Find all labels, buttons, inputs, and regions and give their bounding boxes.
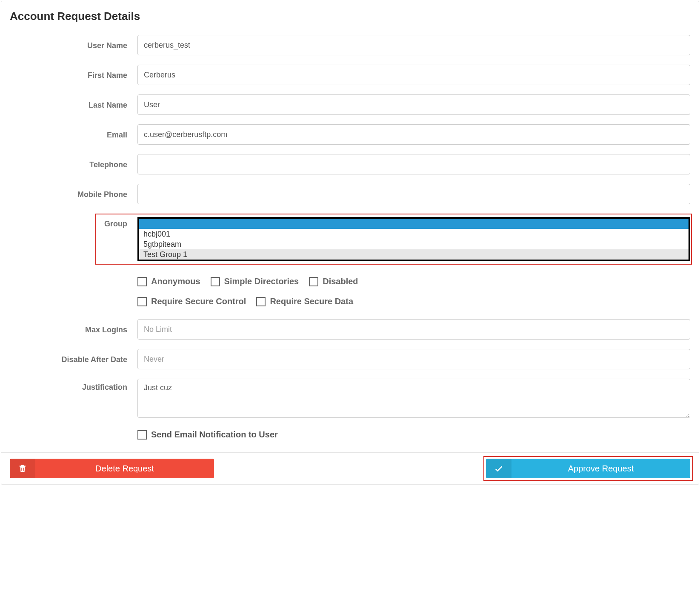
row-disable-after-date: Disable After Date <box>10 349 690 369</box>
delete-button-label: Delete Request <box>35 464 214 474</box>
account-request-panel: Account Request Details User Name First … <box>1 1 699 485</box>
notify-label: Send Email Notification to User <box>151 430 278 440</box>
user-name-input[interactable] <box>137 35 690 55</box>
label-disable-after-date: Disable After Date <box>10 354 137 364</box>
checkbox-input[interactable] <box>309 277 318 286</box>
panel-body: Account Request Details User Name First … <box>1 1 699 452</box>
row-max-logins: Max Logins <box>10 319 690 340</box>
approve-wrap: Approve Request <box>486 459 690 478</box>
checkbox-row-1: AnonymousSimple DirectoriesDisabled <box>137 276 690 286</box>
row-mobile-phone: Mobile Phone <box>10 184 690 204</box>
check-icon <box>486 459 511 478</box>
max-logins-input[interactable] <box>137 319 690 340</box>
telephone-input[interactable] <box>137 154 690 174</box>
panel-footer: Delete Request Approve Request <box>1 452 699 484</box>
checkbox-simple-directories: Simple Directories <box>211 277 299 286</box>
checkbox-input[interactable] <box>137 297 147 306</box>
checkbox-label: Anonymous <box>151 277 200 286</box>
checkbox-input[interactable] <box>137 277 147 286</box>
group-option[interactable]: Test Group 1 <box>139 249 689 260</box>
label-telephone: Telephone <box>10 160 137 169</box>
row-last-name: Last Name <box>10 94 690 115</box>
label-user-name: User Name <box>10 40 137 50</box>
row-group: Group hcbj0015gtbpiteamTest Group 1 <box>10 217 690 261</box>
group-option[interactable]: 5gtbpiteam <box>139 239 689 249</box>
checkbox-label: Require Secure Data <box>270 297 353 306</box>
group-listbox[interactable]: hcbj0015gtbpiteamTest Group 1 <box>137 217 690 261</box>
last-name-input[interactable] <box>137 94 690 115</box>
checkbox-anonymous: Anonymous <box>137 277 200 286</box>
row-first-name: First Name <box>10 65 690 85</box>
checkbox-disabled: Disabled <box>309 277 358 286</box>
notify-checkbox[interactable] <box>137 430 147 440</box>
checkbox-label: Simple Directories <box>224 277 299 286</box>
approve-request-button[interactable]: Approve Request <box>486 459 690 478</box>
delete-request-button[interactable]: Delete Request <box>10 459 214 478</box>
first-name-input[interactable] <box>137 65 690 85</box>
page-title: Account Request Details <box>10 10 690 23</box>
checkbox-require-secure-control: Require Secure Control <box>137 297 246 306</box>
row-user-name: User Name <box>10 35 690 55</box>
row-email: Email <box>10 124 690 145</box>
label-last-name: Last Name <box>10 100 137 110</box>
row-notify: Send Email Notification to User <box>10 427 690 440</box>
checkbox-input[interactable] <box>211 277 220 286</box>
row-checkboxes-2: Require Secure ControlRequire Secure Dat… <box>10 296 690 306</box>
checkbox-require-secure-data: Require Secure Data <box>256 297 353 306</box>
approve-button-label: Approve Request <box>511 464 690 474</box>
label-mobile-phone: Mobile Phone <box>10 189 137 199</box>
checkbox-row-2: Require Secure ControlRequire Secure Dat… <box>137 296 690 306</box>
email-input[interactable] <box>137 124 690 145</box>
group-option[interactable] <box>139 219 689 229</box>
justification-input[interactable] <box>137 379 690 418</box>
checkbox-label: Require Secure Control <box>151 297 246 306</box>
label-email: Email <box>10 130 137 140</box>
label-first-name: First Name <box>10 70 137 80</box>
label-group: Group <box>10 217 137 228</box>
notify-container: Send Email Notification to User <box>137 427 690 440</box>
row-telephone: Telephone <box>10 154 690 174</box>
mobile-phone-input[interactable] <box>137 184 690 204</box>
trash-icon <box>10 459 35 478</box>
row-checkboxes-1: AnonymousSimple DirectoriesDisabled <box>10 276 690 286</box>
label-justification: Justification <box>10 379 137 392</box>
label-max-logins: Max Logins <box>10 325 137 334</box>
checkbox-input[interactable] <box>256 297 266 306</box>
checkbox-label: Disabled <box>323 277 358 286</box>
disable-after-date-input[interactable] <box>137 349 690 369</box>
row-justification: Justification <box>10 379 690 418</box>
group-option[interactable]: hcbj001 <box>139 229 689 239</box>
